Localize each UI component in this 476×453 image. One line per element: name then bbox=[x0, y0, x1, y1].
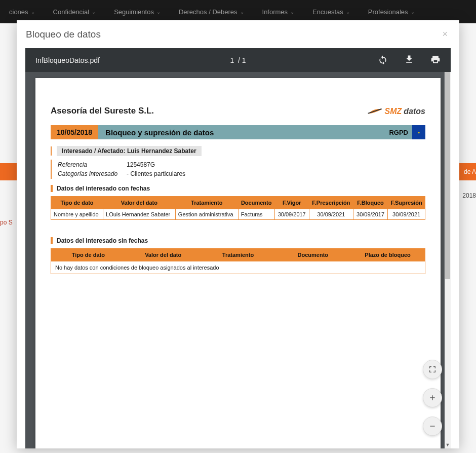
pdf-page-indicator: 1 / 1 bbox=[230, 56, 246, 64]
modal-title: Bloqueo de datos bbox=[26, 29, 101, 40]
col-tipo: Tipo de dato bbox=[51, 197, 103, 209]
scrollbar-thumb[interactable] bbox=[445, 72, 450, 279]
pdf-toolbar-actions bbox=[378, 54, 441, 66]
plus-icon bbox=[428, 394, 437, 402]
fit-icon bbox=[428, 365, 437, 373]
cell-doc: Facturas bbox=[238, 209, 274, 220]
chevron-down-icon: ⌄ bbox=[290, 9, 294, 15]
pdf-viewport[interactable]: Asesoría del Sureste S.L. SMZdatos 10/05… bbox=[25, 72, 451, 448]
col-valor: Valor del dato bbox=[103, 197, 176, 209]
modal-dialog: Bloqueo de datos × InfBloqueoDatos.pdf 1… bbox=[17, 20, 459, 448]
nav-item[interactable]: Informes⌄ bbox=[253, 8, 304, 16]
cell-fvigor: 30/09/2017 bbox=[274, 209, 309, 220]
pdf-filename: InfBloqueoDatos.pdf bbox=[35, 56, 100, 64]
close-button[interactable]: × bbox=[440, 26, 450, 42]
report-metadata: Referencia 1254587G Categorías interesad… bbox=[51, 160, 425, 179]
nav-item[interactable]: Profesionales⌄ bbox=[359, 8, 424, 16]
download-button[interactable] bbox=[404, 54, 414, 66]
col-doc: Documento bbox=[275, 249, 350, 261]
zoom-controls bbox=[423, 360, 442, 436]
col-plazo: Plazo de bloqueo bbox=[350, 249, 425, 261]
nav-item[interactable]: Encuestas⌄ bbox=[303, 8, 359, 16]
background-fragment: 2018 bbox=[462, 192, 476, 199]
cell-valor: LOuis Hernandez Sabater bbox=[103, 209, 176, 220]
eu-flag-icon: ⋆ bbox=[412, 125, 425, 139]
print-icon bbox=[430, 54, 441, 64]
cell-trat: Gestion administrativa bbox=[175, 209, 238, 220]
fit-to-width-button[interactable] bbox=[423, 360, 442, 379]
chevron-down-icon: ⌄ bbox=[31, 9, 35, 15]
cell-fblo: 30/09/2017 bbox=[353, 209, 387, 220]
col-trat: Tratamiento bbox=[175, 197, 238, 209]
rotate-icon bbox=[378, 54, 388, 64]
col-trat: Tratamiento bbox=[201, 249, 275, 261]
print-button[interactable] bbox=[430, 54, 441, 66]
nav-item[interactable]: Seguimientos⌄ bbox=[105, 8, 170, 16]
minus-icon bbox=[428, 422, 437, 430]
report-company-name: Asesoría del Sureste S.L. bbox=[51, 106, 154, 116]
zoom-out-button[interactable] bbox=[423, 417, 442, 436]
section-title-without-dates: Datos del interesado sin fechas bbox=[51, 237, 425, 244]
close-icon: × bbox=[442, 29, 448, 39]
chevron-down-icon: ⌄ bbox=[411, 9, 415, 15]
meta-ref-value: 1254587G bbox=[127, 161, 193, 169]
data-table-without-dates: Tipo de dato Valor del dato Tratamiento … bbox=[51, 248, 425, 274]
background-fragment: de A bbox=[464, 168, 476, 175]
report-logo: SMZdatos bbox=[368, 107, 425, 116]
nav-item[interactable]: Derechos / Deberes⌄ bbox=[170, 8, 253, 16]
chevron-down-icon: ⌄ bbox=[346, 9, 350, 15]
data-table-with-dates: Tipo de dato Valor del dato Tratamiento … bbox=[51, 196, 425, 220]
nav-item[interactable]: Confidencial⌄ bbox=[44, 8, 105, 16]
report-title-bar: 10/05/2018 Bloqueo y supresión de datos … bbox=[51, 125, 425, 139]
col-fblo: F.Bloqueo bbox=[353, 197, 387, 209]
download-icon bbox=[404, 54, 414, 64]
logo-swoosh-icon bbox=[368, 107, 383, 116]
modal-header: Bloqueo de datos × bbox=[17, 20, 459, 48]
table-header-row: Tipo de dato Valor del dato Tratamiento … bbox=[51, 249, 425, 261]
pdf-toolbar: InfBloqueoDatos.pdf 1 / 1 bbox=[25, 48, 451, 72]
col-fpres: F.Prescripción bbox=[309, 197, 353, 209]
section-title-with-dates: Datos del interesado con fechas bbox=[51, 185, 425, 192]
table-row: Nombre y apellido LOuis Hernandez Sabate… bbox=[51, 209, 425, 220]
table-empty-row: No hay datos con condiciones de bloqueo … bbox=[51, 261, 425, 274]
cell-fpres: 30/09/2021 bbox=[309, 209, 353, 220]
meta-cat-label: Categorías interesado bbox=[58, 170, 126, 178]
col-tipo: Tipo de dato bbox=[51, 249, 126, 261]
col-fsup: F.Supresión bbox=[388, 197, 425, 209]
rgpd-label: RGPD bbox=[389, 129, 412, 136]
modal-body: InfBloqueoDatos.pdf 1 / 1 bbox=[17, 48, 459, 448]
pdf-page: Asesoría del Sureste S.L. SMZdatos 10/05… bbox=[35, 78, 441, 448]
col-doc: Documento bbox=[238, 197, 274, 209]
rotate-button[interactable] bbox=[378, 54, 388, 66]
chevron-down-icon: ⌄ bbox=[240, 9, 244, 15]
empty-message: No hay datos con condiciones de bloqueo … bbox=[51, 261, 425, 274]
cell-fsup: 30/09/2021 bbox=[388, 209, 425, 220]
meta-ref-label: Referencia bbox=[58, 161, 126, 169]
col-valor: Valor del dato bbox=[126, 249, 201, 261]
meta-cat-value: - Clientes particulares bbox=[127, 170, 193, 178]
pdf-viewer: InfBloqueoDatos.pdf 1 / 1 bbox=[17, 48, 459, 448]
affected-person-block: Interesado / Afectado: Luis Hernandez Sa… bbox=[51, 146, 202, 156]
table-header-row: Tipo de dato Valor del dato Tratamiento … bbox=[51, 197, 425, 209]
chevron-down-icon: ⌄ bbox=[156, 9, 161, 15]
scrollbar-down-arrow[interactable]: ▼ bbox=[445, 442, 451, 448]
chevron-down-icon: ⌄ bbox=[92, 9, 96, 15]
zoom-in-button[interactable] bbox=[423, 388, 442, 407]
col-fvigor: F.Vigor bbox=[274, 197, 309, 209]
nav-item[interactable]: ciones⌄ bbox=[0, 8, 44, 16]
background-fragment: po S bbox=[0, 219, 13, 226]
scrollbar[interactable]: ▼ bbox=[445, 72, 451, 448]
report-title: Bloqueo y supresión de datos RGPD bbox=[98, 125, 412, 139]
cell-tipo: Nombre y apellido bbox=[51, 209, 103, 220]
report-date: 10/05/2018 bbox=[51, 125, 98, 139]
